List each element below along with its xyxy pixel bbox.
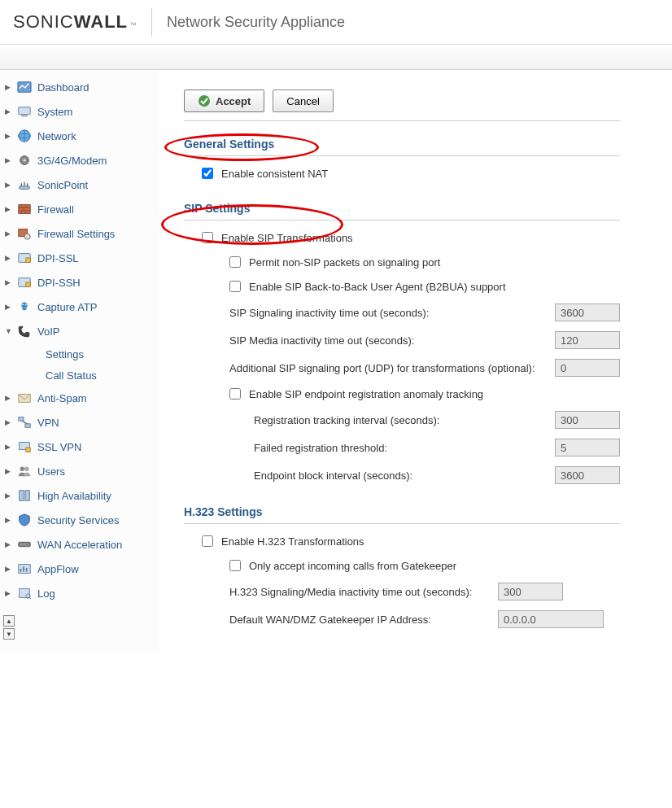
svg-point-36: [199, 95, 210, 107]
header-divider: [151, 8, 152, 36]
scroll-down-button[interactable]: ▼: [3, 628, 15, 640]
svg-rect-19: [19, 417, 24, 421]
label-enable-consistent-nat: Enable consistent NAT: [221, 168, 328, 180]
dpi-ssh-icon: [16, 274, 33, 290]
sidebar-item-firewall[interactable]: ▶ Firewall: [0, 197, 159, 221]
sidebar-item-vpn[interactable]: ▶ VPN: [0, 410, 159, 435]
top-bar: [0, 44, 672, 70]
input-media-timeout[interactable]: [555, 331, 620, 349]
input-additional-port[interactable]: [555, 359, 620, 377]
sidebar-item-anti-spam[interactable]: ▶ Anti-Spam: [0, 386, 159, 410]
scroll-up-button[interactable]: ▲: [3, 615, 15, 627]
chevron-down-icon: ▼: [5, 327, 11, 335]
sidebar-item-label: Security Services: [37, 514, 155, 526]
sidebar-item-label: AppFlow: [37, 563, 155, 575]
field-h323-timeout: H.323 Signaling/Media inactivity time ou…: [184, 578, 620, 605]
label-enable-b2bua: Enable SIP Back-to-Back User Agent (B2BU…: [249, 281, 506, 293]
sidebar-subitem-settings[interactable]: Settings: [0, 343, 159, 365]
input-reg-interval[interactable]: [555, 411, 620, 429]
sidebar-item-dpi-ssl[interactable]: ▶ DPI-SSL: [0, 246, 159, 270]
brand-logo: SONICWALL ™: [13, 11, 137, 33]
sidebar-item-capture-atp[interactable]: ▶ Capture ATP: [0, 295, 159, 319]
chevron-right-icon: ▶: [5, 303, 11, 311]
svg-rect-14: [26, 282, 30, 286]
input-gatekeeper-ip[interactable]: [498, 610, 604, 628]
checkbox-enable-h323[interactable]: [202, 535, 213, 547]
shield-icon: [16, 512, 33, 528]
checkbox-enable-b2bua[interactable]: [229, 281, 241, 292]
main-content: Accept Cancel General Settings Enable co…: [159, 70, 644, 653]
chevron-right-icon: ▶: [5, 491, 11, 500]
sidebar-item-label: Network: [37, 130, 155, 142]
svg-rect-34: [20, 589, 30, 598]
sidebar-item-firewall-settings[interactable]: ▶ Firewall Settings: [0, 221, 159, 246]
sidebar-item-label: Dashboard: [37, 81, 155, 94]
users-icon: [16, 463, 33, 479]
sidebar-item-users[interactable]: ▶ Users: [0, 459, 159, 483]
checkbox-gatekeeper-only[interactable]: [229, 560, 241, 571]
checkbox-permit-non-sip[interactable]: [229, 256, 241, 268]
sidebar: ▶ Dashboard ▶ System ▶ Network ▶ 3G/4G/M…: [0, 70, 159, 653]
label-h323-timeout: H.323 Signaling/Media inactivity time ou…: [229, 586, 472, 598]
checkbox-enable-sip-transformations[interactable]: [202, 232, 213, 243]
chevron-right-icon: ▶: [5, 229, 11, 238]
sidebar-item-label: Firewall Settings: [37, 228, 155, 240]
sidebar-item-high-availability[interactable]: ▶ High Availability: [0, 483, 159, 508]
chevron-right-icon: ▶: [5, 156, 11, 164]
sidebar-item-sonicpoint[interactable]: ▶ SonicPoint: [0, 173, 159, 197]
section-h323-title: H.323 Settings: [184, 505, 620, 524]
sidebar-item-wan-acceleration[interactable]: ▶ WAN Acceleration: [0, 532, 159, 557]
ha-icon: [16, 487, 33, 504]
checkbox-enable-consistent-nat[interactable]: [202, 168, 213, 179]
svg-rect-1: [19, 107, 30, 115]
section-sip-title: SIP Settings: [184, 202, 620, 221]
field-enable-sip-transformations: Enable SIP Transformations: [184, 225, 620, 250]
sidebar-item-voip[interactable]: ▼ VoIP: [0, 319, 159, 343]
input-h323-timeout[interactable]: [498, 583, 563, 601]
label-block-interval: Endpoint block interval (seconds):: [254, 470, 412, 482]
label-failed-threshold: Failed registration threshold:: [254, 442, 387, 454]
sidebar-item-dpi-ssh[interactable]: ▶ DPI-SSH: [0, 270, 159, 295]
field-failed-threshold: Failed registration threshold:: [184, 434, 620, 461]
field-gatekeeper-ip: Default WAN/DMZ Gatekeeper IP Address:: [184, 605, 620, 633]
sidebar-subitem-call-status[interactable]: Call Status: [0, 365, 159, 386]
sidebar-item-log[interactable]: ▶ Log: [0, 581, 159, 605]
cancel-button[interactable]: Cancel: [273, 90, 333, 112]
accept-button[interactable]: Accept: [184, 90, 264, 112]
firewall-settings-icon: [16, 225, 33, 242]
dpi-ssl-icon: [16, 250, 33, 266]
sidebar-item-appflow[interactable]: ▶ AppFlow: [0, 557, 159, 581]
label-anomaly-tracking: Enable SIP endpoint registration anomaly…: [249, 388, 483, 400]
log-icon: [16, 585, 33, 601]
field-media-timeout: SIP Media inactivity time out (seconds):: [184, 326, 620, 354]
network-icon: [16, 128, 33, 144]
svg-rect-25: [20, 491, 24, 501]
header-title: Network Security Appliance: [167, 14, 345, 31]
sidebar-item-dashboard[interactable]: ▶ Dashboard: [0, 75, 159, 99]
field-enable-b2bua: Enable SIP Back-to-Back User Agent (B2BU…: [184, 274, 620, 299]
sidebar-item-label: Log: [37, 587, 155, 600]
sidebar-item-label: High Availability: [37, 490, 155, 502]
svg-rect-31: [20, 569, 22, 572]
svg-rect-33: [26, 568, 28, 572]
sidebar-item-ssl-vpn[interactable]: ▶ SSL VPN: [0, 435, 159, 459]
checkbox-anomaly-tracking[interactable]: [229, 388, 241, 400]
sonicpoint-icon: [16, 177, 33, 193]
label-reg-interval: Registration tracking interval (seconds)…: [254, 414, 439, 426]
svg-point-24: [24, 467, 28, 471]
firewall-icon: [16, 201, 33, 217]
sidebar-item-security-services[interactable]: ▶ Security Services: [0, 508, 159, 532]
sidebar-scroll-controls: ▲ ▼: [0, 615, 159, 640]
sidebar-item-label: 3G/4G/Modem: [37, 155, 155, 167]
input-failed-threshold[interactable]: [555, 439, 620, 456]
chevron-right-icon: ▶: [5, 132, 11, 140]
input-signaling-timeout[interactable]: [555, 304, 620, 321]
chevron-right-icon: ▶: [5, 540, 11, 548]
chevron-right-icon: ▶: [5, 589, 11, 597]
sidebar-item-network[interactable]: ▶ Network: [0, 124, 159, 148]
svg-point-6: [23, 159, 26, 162]
sidebar-item-system[interactable]: ▶ System: [0, 99, 159, 124]
input-block-interval[interactable]: [555, 466, 620, 484]
sidebar-item-modem[interactable]: ▶ 3G/4G/Modem: [0, 148, 159, 173]
sidebar-item-label: VoIP: [37, 325, 155, 338]
